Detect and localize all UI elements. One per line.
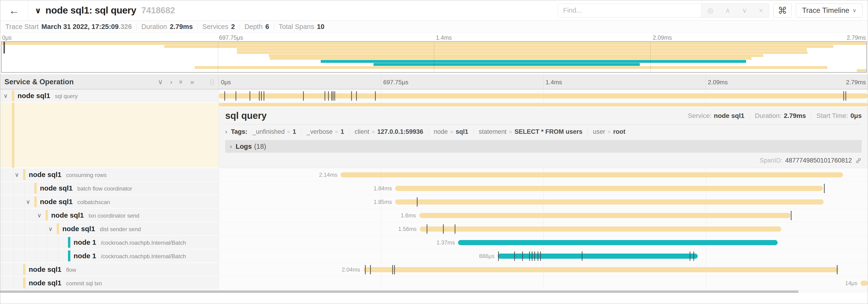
next-result-icon[interactable]: ∨ — [742, 6, 747, 14]
span-log-marker[interactable] — [529, 251, 530, 261]
span-row[interactable]: ∨node sql1consuming rows2.14ms — [0, 168, 868, 182]
span-log-marker[interactable] — [261, 91, 261, 101]
span-tree-cell[interactable]: node sql1batch flow coordinator — [0, 182, 219, 195]
span-log-marker[interactable] — [259, 91, 259, 101]
span-log-marker[interactable] — [236, 91, 236, 101]
span-log-marker[interactable] — [522, 251, 523, 261]
span-timeline-cell[interactable]: 14μs — [219, 276, 868, 290]
span-log-marker[interactable] — [264, 91, 264, 101]
span-tree-cell[interactable]: ∨node sql1txn coordinator send — [0, 209, 219, 222]
span-log-marker[interactable] — [394, 265, 395, 274]
minimap-left-drag-handle[interactable] — [3, 42, 5, 54]
span-bar[interactable] — [395, 199, 824, 205]
span-log-marker[interactable] — [392, 265, 393, 274]
span-log-marker[interactable] — [370, 265, 371, 274]
span-timeline-cell[interactable]: 1.37ms — [219, 236, 868, 249]
span-bar[interactable] — [219, 93, 868, 99]
span-row[interactable]: ∨node sql1sql query — [0, 90, 868, 102]
span-log-marker[interactable] — [303, 91, 304, 101]
selected-span-bar[interactable] — [219, 103, 868, 106]
back-button[interactable]: ← — [0, 0, 28, 21]
span-log-marker[interactable] — [356, 91, 357, 101]
span-tree-cell[interactable]: node sql1commit sql txn — [0, 276, 219, 290]
clear-search-icon[interactable]: × — [759, 6, 763, 14]
span-bar[interactable] — [458, 240, 777, 245]
span-timeline-cell[interactable]: 2.14ms — [219, 168, 868, 182]
span-log-marker[interactable] — [498, 251, 499, 261]
column-resize-handle[interactable] — [211, 79, 213, 86]
span-tree-cell[interactable]: ∨node sql1sql query — [0, 90, 219, 102]
span-expander-chevron-icon[interactable]: ∨ — [15, 171, 19, 178]
span-log-marker[interactable] — [443, 224, 443, 234]
span-tree-cell[interactable]: ∨node sql1colbatchscan — [0, 195, 219, 209]
span-timeline-cell[interactable] — [219, 90, 868, 102]
span-bar[interactable] — [861, 281, 868, 286]
span-log-marker[interactable] — [224, 91, 225, 101]
span-expander-chevron-icon[interactable]: ∨ — [3, 93, 8, 99]
logs-row[interactable]: ›Logs(18) — [225, 140, 862, 153]
span-log-marker[interactable] — [351, 91, 352, 101]
span-expander-chevron-icon[interactable]: ∨ — [26, 199, 30, 205]
span-log-marker[interactable] — [365, 265, 366, 274]
link-icon[interactable] — [855, 157, 862, 164]
collapse-one-icon[interactable]: ∨ — [158, 78, 163, 86]
expand-all-icon[interactable]: » — [190, 78, 194, 86]
minimap-canvas[interactable] — [1, 41, 867, 73]
span-log-marker[interactable] — [514, 251, 515, 261]
span-row[interactable]: ∨node sql1colbatchscan1.85ms — [0, 195, 868, 209]
span-log-marker[interactable] — [824, 184, 825, 193]
span-log-marker[interactable] — [791, 211, 792, 220]
span-log-marker[interactable] — [417, 197, 417, 207]
span-timeline-cell[interactable]: 886μs — [219, 249, 868, 263]
span-row[interactable]: node sql1commit sql txn14μs — [0, 276, 868, 290]
span-tree-cell[interactable]: ∨node sql1consuming rows — [0, 168, 219, 182]
expand-one-icon[interactable]: › — [170, 78, 173, 86]
span-tree-cell[interactable]: node sql1flow — [0, 263, 219, 276]
span-log-marker[interactable] — [540, 251, 541, 261]
span-log-marker[interactable] — [455, 224, 455, 234]
span-row[interactable]: ∨node sql1txn coordinator send1.6ms — [0, 209, 868, 222]
tags-expander-chevron-icon[interactable]: › — [225, 128, 227, 135]
span-row[interactable]: node sql1batch flow coordinator1.84ms — [0, 182, 868, 195]
span-log-marker[interactable] — [689, 251, 690, 261]
span-expander-chevron-icon[interactable]: ∨ — [48, 226, 53, 232]
span-tree-cell[interactable]: ∨node sql1dist sender send — [0, 222, 219, 236]
find-input[interactable] — [558, 4, 701, 17]
span-timeline-cell[interactable]: 1.56ms — [219, 222, 868, 236]
logs-expander-chevron-icon[interactable]: › — [230, 143, 232, 150]
span-tree-cell[interactable]: node 1/cockroach.roachpb.Internal/Batch — [0, 249, 219, 263]
scrollbar-thumb[interactable] — [0, 291, 798, 293]
span-log-marker[interactable] — [532, 251, 533, 261]
collapse-all-icon[interactable]: » — [177, 80, 185, 84]
span-log-marker[interactable] — [538, 251, 538, 261]
span-bar[interactable] — [341, 172, 843, 177]
span-log-marker[interactable] — [534, 251, 535, 261]
span-row[interactable]: node 1/cockroach.roachpb.Internal/Batch8… — [0, 249, 868, 263]
span-log-marker[interactable] — [333, 91, 334, 101]
span-log-marker[interactable] — [328, 91, 329, 101]
span-bar[interactable] — [395, 186, 823, 191]
span-log-marker[interactable] — [331, 91, 332, 101]
selected-span-bar-row[interactable] — [219, 102, 868, 107]
span-bar[interactable] — [419, 213, 791, 218]
span-timeline-cell[interactable]: 1.85ms — [219, 195, 868, 209]
span-row[interactable]: ∨node sql1dist sender send1.56ms — [0, 222, 868, 236]
prev-result-icon[interactable]: ∧ — [725, 6, 730, 14]
horizontal-scrollbar[interactable] — [0, 290, 868, 293]
span-bar[interactable] — [364, 267, 839, 272]
span-log-marker[interactable] — [334, 91, 335, 101]
tags-row[interactable]: ›Tags:_unfinished=1_verbose=1client=127.… — [225, 128, 862, 135]
span-log-marker[interactable] — [845, 91, 846, 101]
span-row[interactable]: node 1/cockroach.roachpb.Internal/Batch1… — [0, 236, 868, 249]
span-timeline-cell[interactable]: 1.6ms — [219, 209, 868, 222]
span-log-marker[interactable] — [843, 91, 844, 101]
span-expander-chevron-icon[interactable]: ∨ — [37, 212, 41, 219]
span-bar[interactable] — [420, 227, 781, 232]
span-log-marker[interactable] — [249, 91, 250, 101]
span-bar[interactable] — [498, 254, 698, 259]
span-log-marker[interactable] — [324, 91, 325, 101]
span-timeline-cell[interactable]: 2.04ms — [219, 263, 868, 276]
span-tree-cell[interactable]: node 1/cockroach.roachpb.Internal/Batch — [0, 236, 219, 249]
keyboard-shortcuts-button[interactable]: ⌘ — [773, 3, 792, 18]
view-options-button[interactable]: Trace Timeline ∨ — [796, 3, 863, 18]
